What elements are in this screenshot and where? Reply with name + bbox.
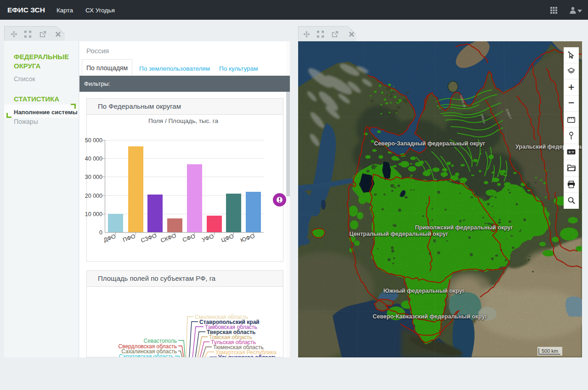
svg-text:Южный федеральный округ: Южный федеральный округ: [383, 288, 464, 294]
svg-text:Северо-Западный федеральный ок: Северо-Западный федеральный округ: [374, 140, 485, 147]
svg-text:Центральный федеральный округ: Центральный федеральный округ: [349, 231, 448, 237]
svg-text:Северо-Кавказский федеральный: Северо-Кавказский федеральный округ: [373, 313, 487, 320]
svg-text:Приволжский федеральный округ: Приволжский федеральный округ: [415, 224, 513, 231]
svg-text:X:Y: X:Y: [568, 150, 574, 154]
svg-text:500 km: 500 km: [542, 348, 558, 354]
